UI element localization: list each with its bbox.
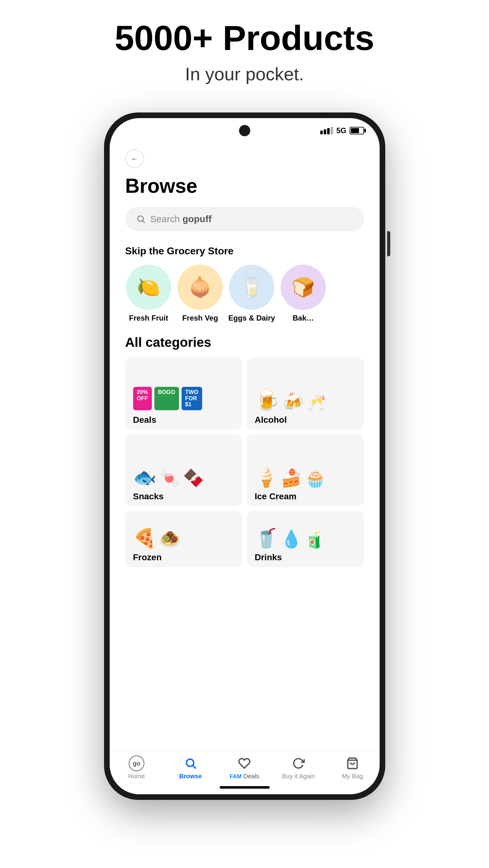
nav-item-fam-deals[interactable]: FAM Deals (217, 755, 272, 780)
hero-title: 5000+ Products (115, 19, 374, 57)
app-content: ← Browse Search gopuff Skip the Grocery … (110, 143, 379, 750)
alcohol-emoji-1: 🍺 (255, 388, 280, 412)
frozen-emoji-1: 🍕 (133, 527, 157, 549)
category-fresh-veg[interactable]: 🧅 Fresh Veg (177, 265, 224, 322)
buy-again-nav-label: Buy it Again (282, 773, 315, 780)
fam-deals-icon (237, 755, 252, 771)
bakery-label: Bak… (293, 314, 314, 322)
deal-tag-two-for: TWOFOR$1 (182, 387, 202, 410)
category-card-drinks[interactable]: 🥤 💧 🧃 Drinks (247, 511, 364, 567)
camera-notch (239, 125, 250, 136)
my-bag-nav-label: My Bag (342, 773, 363, 780)
search-brand: gopuff (182, 214, 212, 224)
drinks-label: Drinks (255, 552, 356, 562)
ice-cream-products: 🍦 🍰 🧁 (255, 466, 356, 488)
ice-cream-emoji-1: 🍦 (255, 466, 278, 488)
all-categories-grid: 20%OFF BOGO TWOFOR$1 Deals 🍺 🍻 🥂 (125, 358, 364, 567)
bag-icon (345, 755, 360, 771)
ice-cream-emoji-3: 🧁 (305, 468, 326, 488)
battery-fill (351, 128, 359, 133)
snack-emoji-2: 🍬 (159, 468, 181, 488)
nav-item-home[interactable]: go Home (110, 755, 164, 780)
nav-item-my-bag[interactable]: My Bag (326, 755, 379, 780)
hero-subtitle: In your pocket. (185, 63, 304, 84)
browse-nav-label: Browse (179, 773, 202, 780)
category-card-deals[interactable]: 20%OFF BOGO TWOFOR$1 Deals (125, 358, 242, 430)
svg-point-0 (138, 216, 144, 221)
snacks-label: Snacks (133, 492, 235, 501)
snack-products: 🐟 🍬 🍫 (133, 466, 235, 488)
status-bar: 5G (110, 118, 379, 143)
deal-tag-bogo: BOGO (154, 387, 179, 410)
home-nav-label: Home (128, 773, 145, 780)
deals-icons: 20%OFF BOGO TWOFOR$1 (133, 387, 235, 410)
power-button (387, 231, 390, 256)
battery-icon (349, 127, 364, 134)
category-eggs-dairy[interactable]: 🥛 Eggs & Dairy (228, 265, 275, 322)
category-card-frozen[interactable]: 🍕 🧆 Frozen (125, 511, 242, 567)
drinks-emoji-2: 💧 (281, 529, 302, 549)
frozen-products: 🍕 🧆 (133, 527, 235, 549)
search-bar[interactable]: Search gopuff (125, 207, 364, 231)
drinks-products: 🥤 💧 🧃 (255, 527, 356, 549)
all-categories-title: All categories (125, 335, 364, 350)
drinks-emoji-1: 🥤 (255, 527, 278, 549)
back-arrow-icon: ← (131, 154, 139, 163)
deal-tag-percent: 20%OFF (133, 387, 152, 410)
svg-line-1 (143, 221, 145, 223)
home-icon: go (129, 755, 144, 771)
frozen-label: Frozen (133, 552, 235, 562)
grocery-section-title: Skip the Grocery Store (125, 245, 364, 257)
snack-emoji-3: 🍫 (183, 468, 205, 488)
deals-label: Deals (133, 415, 235, 425)
ice-cream-emoji-2: 🍰 (281, 468, 302, 488)
drinks-emoji-3: 🧃 (305, 531, 324, 549)
svg-line-3 (193, 766, 195, 769)
fam-deals-nav-label: FAM Deals (230, 773, 259, 780)
ice-cream-label: Ice Cream (255, 492, 356, 501)
alcohol-emoji-3: 🥂 (307, 394, 326, 412)
fresh-veg-circle: 🧅 (178, 265, 223, 310)
svg-point-2 (186, 759, 193, 767)
category-fresh-fruit[interactable]: 🍋 Fresh Fruit (125, 265, 172, 322)
category-card-ice-cream[interactable]: 🍦 🍰 🧁 Ice Cream (247, 434, 364, 506)
signal-icon (320, 127, 333, 134)
category-card-alcohol[interactable]: 🍺 🍻 🥂 Alcohol (247, 358, 364, 430)
back-button[interactable]: ← (125, 149, 144, 168)
home-indicator (220, 786, 270, 788)
nav-item-browse[interactable]: Browse (163, 755, 217, 780)
category-card-snacks[interactable]: 🐟 🍬 🍫 Snacks (125, 434, 242, 506)
buy-again-icon (291, 755, 306, 771)
alcohol-emoji-2: 🍻 (282, 392, 304, 412)
fresh-fruit-circle: 🍋 (126, 265, 171, 310)
fresh-veg-label: Fresh Veg (182, 314, 218, 322)
alcohol-label: Alcohol (255, 415, 356, 425)
page-title: Browse (125, 174, 364, 197)
browse-icon (183, 755, 198, 771)
phone-screen: 5G ← Browse (110, 118, 379, 794)
fam-text: FAM (230, 773, 242, 780)
phone-outer-frame: 5G ← Browse (104, 113, 385, 800)
search-icon (136, 214, 146, 224)
network-type: 5G (336, 126, 346, 135)
status-right: 5G (320, 126, 364, 135)
phone-mockup: 5G ← Browse (104, 113, 385, 800)
search-placeholder: Search gopuff (150, 214, 212, 224)
frozen-emoji-2: 🧆 (159, 529, 181, 549)
nav-item-buy-again[interactable]: Buy it Again (272, 755, 326, 780)
bakery-circle: 🍞 (281, 265, 326, 310)
eggs-dairy-label: Eggs & Dairy (228, 314, 275, 322)
grocery-categories-row: 🍋 Fresh Fruit 🧅 Fresh Veg 🥛 Eggs & Dairy… (125, 265, 364, 322)
alcohol-products: 🍺 🍻 🥂 (255, 388, 356, 412)
category-bakery[interactable]: 🍞 Bak… (280, 265, 327, 322)
snack-emoji-1: 🐟 (133, 466, 157, 488)
eggs-dairy-circle: 🥛 (229, 265, 274, 310)
fresh-fruit-label: Fresh Fruit (129, 314, 168, 322)
home-go-circle: go (129, 755, 144, 771)
